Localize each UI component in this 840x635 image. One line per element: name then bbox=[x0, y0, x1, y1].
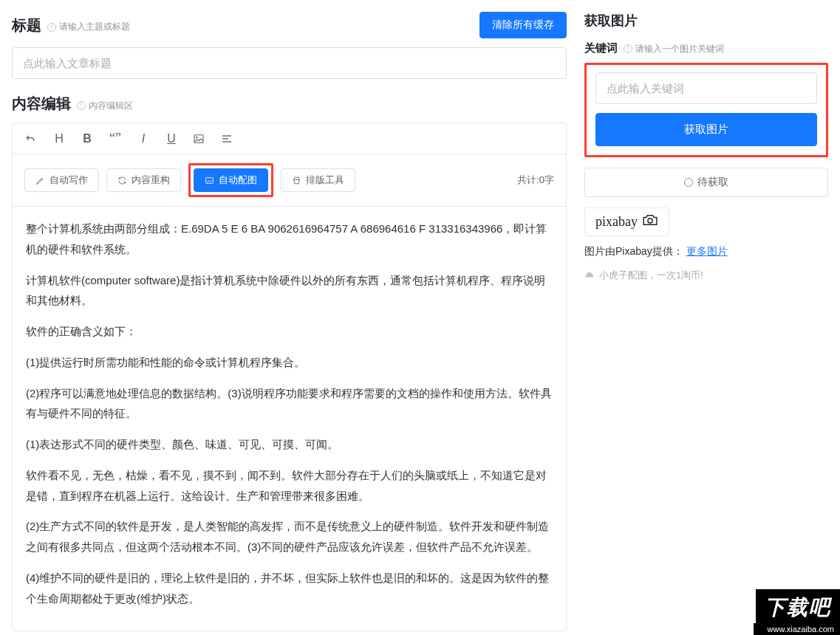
svg-point-1 bbox=[196, 137, 197, 138]
editor-panel: H B “” I U 自动写作 内容重构 bbox=[12, 123, 567, 631]
auto-write-button[interactable]: 自动写作 bbox=[24, 168, 99, 192]
fetch-status: 待获取 bbox=[584, 168, 828, 197]
paragraph: 软件看不见，无色，枯燥，看不见，摸不到，闻不到。软件大部分存在于人们的头脑或纸上… bbox=[26, 465, 553, 507]
quote-icon[interactable]: “” bbox=[109, 131, 122, 146]
undo-icon[interactable] bbox=[24, 133, 38, 145]
paragraph: 整个计算机系统由两部分组成：E.69DA 5 E 6 BA 9062616964… bbox=[26, 219, 553, 260]
camera-icon bbox=[642, 214, 658, 230]
cloud-icon bbox=[584, 270, 595, 282]
keyword-input[interactable] bbox=[595, 72, 817, 104]
image-icon[interactable] bbox=[193, 133, 206, 145]
more-images-link[interactable]: 更多图片 bbox=[686, 245, 728, 257]
refresh-icon bbox=[117, 176, 127, 185]
watermark-logo: 下载吧 bbox=[754, 587, 840, 623]
auto-image-button[interactable]: 自动配图 bbox=[194, 168, 268, 192]
tip-line: 小虎子配图，一次1淘币! bbox=[584, 269, 828, 282]
keyword-hint: ! 请输入一个图片关键词 bbox=[624, 43, 724, 55]
svg-rect-0 bbox=[194, 134, 203, 143]
watermark-url: www.xiazaiba.com bbox=[754, 623, 840, 635]
content-restruct-button[interactable]: 内容重构 bbox=[106, 168, 181, 192]
paragraph: (4)维护不同的硬件是旧的，理论上软件是旧的，并不坏，但实际上软件也是旧的和坏的… bbox=[26, 568, 553, 609]
svg-rect-5 bbox=[206, 177, 214, 183]
empty-circle-icon bbox=[684, 178, 693, 187]
info-icon: ! bbox=[77, 101, 86, 110]
title-header: 标题 ! 请输入主题或标题 清除所有缓存 bbox=[12, 12, 567, 38]
keyword-highlight-box: 获取图片 bbox=[584, 63, 828, 157]
paragraph: (2)程序可以满意地处理信息的数据结构。(3)说明程序功能要求和程序需要的文档的… bbox=[26, 383, 553, 425]
editor-content[interactable]: 整个计算机系统由两部分组成：E.69DA 5 E 6 BA 9062616964… bbox=[13, 207, 566, 631]
picture-icon bbox=[205, 176, 214, 185]
info-icon: ! bbox=[624, 44, 632, 53]
format-toolbar: H B “” I U bbox=[13, 123, 566, 154]
info-icon: ! bbox=[47, 23, 56, 32]
italic-icon[interactable]: I bbox=[137, 132, 150, 145]
auto-image-highlight: 自动配图 bbox=[188, 163, 273, 197]
paragraph: (2)生产方式不同的软件是开发，是人类智能的高发挥，而不是传统意义上的硬件制造。… bbox=[26, 516, 553, 557]
editor-label: 内容编辑 bbox=[12, 94, 71, 114]
paragraph: 软件的正确含义如下： bbox=[26, 321, 553, 342]
fetch-image-button[interactable]: 获取图片 bbox=[595, 113, 817, 146]
title-hint: ! 请输入主题或标题 bbox=[47, 21, 130, 33]
layout-icon bbox=[292, 176, 301, 185]
paragraph: 计算机软件(computer software)是指计算机系统中除硬件以外的所有… bbox=[26, 270, 553, 312]
word-count: 共计:0字 bbox=[517, 174, 554, 187]
svg-point-6 bbox=[648, 219, 652, 223]
paragraph: (1)提供运行时所需功能和性能的命令或计算机程序集合。 bbox=[26, 352, 553, 373]
pencil-icon bbox=[35, 176, 45, 185]
align-icon[interactable] bbox=[221, 133, 234, 145]
action-toolbar: 自动写作 内容重构 自动配图 排版工具 共计:0字 bbox=[13, 154, 566, 207]
paragraph: (1)表达形式不同的硬件类型、颜色、味道、可见、可摸、可闻。 bbox=[26, 434, 553, 455]
provider-line: 图片由Pixabay提供： 更多图片 bbox=[584, 245, 828, 258]
underline-icon[interactable]: U bbox=[165, 132, 178, 145]
keyword-label: 关键词 bbox=[584, 41, 618, 55]
bold-icon[interactable]: B bbox=[81, 132, 94, 145]
article-title-input[interactable] bbox=[12, 47, 567, 79]
pixabay-badge: pixabay bbox=[584, 207, 669, 236]
clear-cache-button[interactable]: 清除所有缓存 bbox=[479, 12, 567, 38]
layout-tool-button[interactable]: 排版工具 bbox=[281, 168, 355, 192]
title-label: 标题 bbox=[12, 16, 41, 35]
fetch-image-title: 获取图片 bbox=[584, 12, 828, 30]
editor-hint: ! 内容编辑区 bbox=[77, 100, 133, 112]
heading-icon[interactable]: H bbox=[52, 132, 66, 145]
watermark: 下载吧 www.xiazaiba.com bbox=[754, 587, 840, 635]
